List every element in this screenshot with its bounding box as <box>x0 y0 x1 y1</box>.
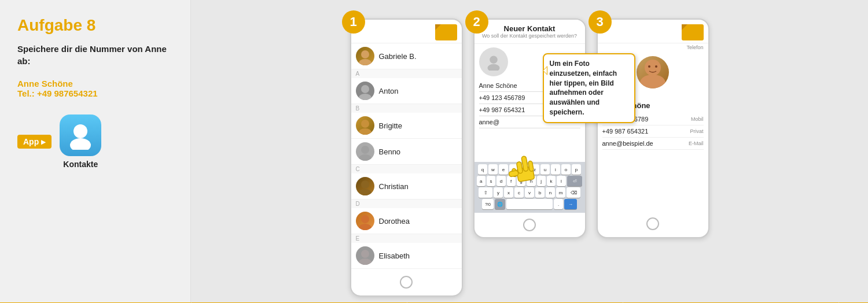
hand-pointer-icon <box>502 149 542 191</box>
key-b[interactable]: b <box>535 187 545 198</box>
step1-header <box>351 20 462 43</box>
svg-point-12 <box>361 215 369 223</box>
key-w[interactable]: w <box>488 164 498 175</box>
list-item[interactable]: Elisabeth <box>351 243 462 269</box>
step2-phone-wrapper: 2 Neuer Kontakt Wo soll der Kontakt gesp… <box>473 19 586 238</box>
list-item[interactable]: Christian <box>351 173 462 199</box>
step3-phone-frame: Telefon <box>597 19 709 238</box>
key-go[interactable]: → <box>564 199 577 209</box>
avatar <box>356 212 374 230</box>
face-svg <box>356 47 374 65</box>
avatar <box>356 142 374 161</box>
key-k[interactable]: k <box>547 176 556 186</box>
key-q[interactable]: q <box>478 164 487 175</box>
contact-item-name: Elisabeth <box>379 252 410 260</box>
key-return[interactable]: ⏎ <box>567 176 583 186</box>
key-globe[interactable]: 🌐 <box>495 199 505 209</box>
list-item[interactable]: Anton <box>351 78 462 104</box>
left-panel: Aufgabe 8 Speichere dir die Nummer von A… <box>0 0 191 302</box>
app-label: App <box>17 135 52 149</box>
list-item[interactable]: Dorothea <box>351 208 462 234</box>
key-d[interactable]: d <box>496 176 505 186</box>
keyboard-row: ⇧ y x c v b n m ⌫ <box>477 187 583 198</box>
step2-container: 2 Neuer Kontakt Wo soll der Kontakt gesp… <box>473 10 586 238</box>
key-n[interactable]: n <box>546 187 555 198</box>
section-letter: E <box>351 234 462 243</box>
svg-point-17 <box>487 64 499 71</box>
face-svg <box>356 142 374 161</box>
list-item[interactable]: Brigitte <box>351 113 462 139</box>
step2-badge: 2 <box>465 10 488 34</box>
app-icon-container: Kontakte <box>60 114 101 169</box>
home-button[interactable] <box>400 276 413 289</box>
home-button[interactable] <box>523 219 536 231</box>
svg-point-13 <box>359 224 372 230</box>
step2-title: Neuer Kontakt <box>479 24 580 33</box>
key-shift[interactable]: ⇧ <box>479 187 492 198</box>
photo-placeholder[interactable] <box>479 47 508 76</box>
face-svg <box>356 246 374 265</box>
step3-header <box>598 20 708 43</box>
sticky-note-icon <box>435 24 457 40</box>
svg-point-24 <box>645 60 661 76</box>
contacts-app-icon[interactable] <box>60 114 101 156</box>
step2-header: Neuer Kontakt Wo soll der Kontakt gespei… <box>475 20 585 44</box>
tooltip-bubble: Um ein Foto einzusetzen, einfach hier ti… <box>543 53 635 123</box>
detail-field-email: anne@beispiel.de E-Mail <box>602 138 704 150</box>
contact-item-name: Brigitte <box>379 121 402 130</box>
list-item[interactable]: Benno <box>351 139 462 165</box>
contact-item-name: Dorothea <box>379 217 410 226</box>
step3-container: 3 Telefon <box>597 10 709 238</box>
key-y[interactable]: y <box>494 187 503 198</box>
key-i[interactable]: i <box>551 164 560 175</box>
list-item[interactable]: Gabriele B. <box>351 43 462 69</box>
detail-label: Privat <box>690 128 703 134</box>
keyboard-row-bottom: ?!0 🌐 . → <box>477 199 583 209</box>
key-m[interactable]: m <box>556 187 565 198</box>
app-section: App Kontakte <box>17 114 173 169</box>
avatar <box>356 47 374 65</box>
detail-label: Mobil <box>691 116 704 122</box>
section-letter: C <box>351 165 462 173</box>
detail-field-phone2: +49 987 654321 Privat <box>602 125 704 138</box>
sticky-note-icon <box>682 24 704 40</box>
key-p[interactable]: p <box>572 164 581 175</box>
svg-point-1 <box>70 138 91 150</box>
telefon-label: Telefon <box>598 43 708 51</box>
key-space[interactable] <box>506 199 553 209</box>
svg-point-14 <box>361 250 369 258</box>
key-backspace[interactable]: ⌫ <box>567 187 580 198</box>
key-num[interactable]: ?!0 <box>482 199 494 209</box>
contact-item-name: Christian <box>379 182 409 191</box>
svg-point-9 <box>359 154 372 161</box>
contact-info: Anne Schöne Tel.: +49 987654321 <box>17 79 173 98</box>
step1-phone-wrapper: 1 Gabriele B. <box>350 19 463 297</box>
step3-badge: 3 <box>589 10 612 34</box>
key-a[interactable]: a <box>477 176 486 186</box>
key-period[interactable]: . <box>554 199 563 209</box>
right-area: 1 Gabriele B. <box>191 0 868 302</box>
detail-value: +49 987 654321 <box>602 128 649 135</box>
key-l[interactable]: l <box>557 176 565 186</box>
task-description: Speichere dir die Nummer von Anne ab: <box>17 43 173 67</box>
step1-container: 1 Gabriele B. <box>350 10 463 297</box>
svg-point-25 <box>640 75 665 88</box>
svg-point-6 <box>361 120 369 128</box>
section-letter: B <box>351 104 462 113</box>
key-o[interactable]: o <box>561 164 571 175</box>
svg-point-11 <box>359 189 372 195</box>
key-u[interactable]: u <box>540 164 550 175</box>
avatar <box>356 177 374 195</box>
svg-point-8 <box>361 146 369 154</box>
phones-area: 1 Gabriele B. <box>191 0 868 302</box>
key-s[interactable]: s <box>487 176 495 186</box>
face-svg <box>356 116 374 135</box>
task-title: Aufgabe 8 <box>17 16 173 35</box>
contact-photo <box>637 56 669 88</box>
svg-point-27 <box>655 65 657 68</box>
key-v[interactable]: v <box>525 187 534 198</box>
home-button[interactable] <box>646 217 659 230</box>
contact-face-svg <box>637 56 669 88</box>
step1-phone-frame: Gabriele B. A Anton <box>350 19 463 297</box>
svg-point-4 <box>361 85 369 93</box>
